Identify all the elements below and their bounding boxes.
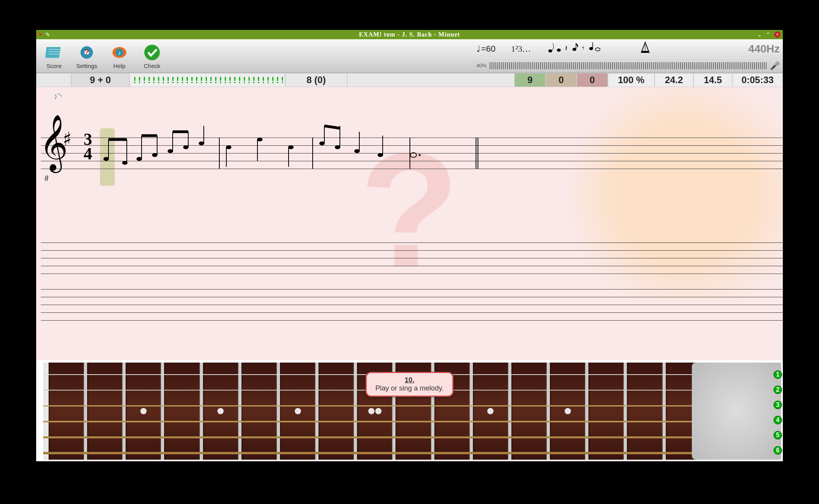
svg-point-32 (168, 149, 173, 153)
settings-button[interactable]: ? Settings (71, 43, 102, 69)
guitar-string-3[interactable] (43, 405, 781, 406)
string-label-3[interactable]: 3 (774, 401, 782, 409)
melody-notes (98, 118, 487, 188)
fret-marker-dot (368, 408, 374, 414)
help-icon: ♪ (110, 43, 129, 62)
help-button[interactable]: ♪ Help (104, 43, 135, 69)
svg-text:𝄽: 𝄽 (565, 45, 567, 51)
fret-marker-dot (217, 408, 224, 414)
minimize-button[interactable]: ⌄ (757, 31, 762, 38)
svg-point-34 (183, 145, 189, 149)
guitar-string-4[interactable] (43, 421, 781, 422)
exam-stats-bar: 9 + 0 !!!!!!!!!!!!!!!!!!!!!!!!!!!!!!!!!!… (36, 73, 783, 87)
svg-point-52 (378, 153, 383, 157)
guitar-string-6[interactable] (43, 452, 781, 454)
clef-octave-8: 8 (45, 174, 48, 183)
svg-point-19 (595, 48, 600, 51)
svg-point-43 (288, 145, 294, 149)
check-button[interactable]: Check (136, 43, 168, 69)
svg-line-49 (324, 126, 340, 128)
app-window: ♥ ✎ EXAM! tom - J. S. Bach - Minuet ⌄ ⌃ … (36, 30, 783, 461)
svg-point-39 (226, 145, 231, 149)
question-prompt-tooltip: 10. Play or sing a melody. (366, 372, 453, 397)
string-label-6[interactable]: 6 (774, 446, 782, 455)
string-label-4[interactable]: 4 (774, 416, 782, 424)
stat-attempts: 8 (0) (285, 73, 347, 87)
svg-point-37 (199, 141, 204, 145)
stat-correct: 9 (514, 73, 546, 87)
guitar-string-5[interactable] (43, 436, 781, 438)
fret-marker-dot (565, 408, 571, 414)
stat-avg-react: 24.2 (654, 73, 693, 87)
check-label: Check (144, 63, 161, 69)
string-label-1[interactable]: 1 (774, 370, 782, 379)
svg-point-27 (136, 157, 142, 161)
stat-wrong-notbad: 0 (546, 73, 577, 87)
tempo-indicator[interactable]: ♩=60 (476, 44, 495, 54)
svg-point-54 (410, 153, 416, 157)
score-icon (45, 43, 63, 62)
score-button[interactable]: Score (38, 43, 70, 69)
metronome-icon[interactable] (640, 42, 651, 56)
score-label: Score (46, 63, 61, 69)
svg-point-22 (103, 157, 109, 161)
stat-avg-answer: 14.5 (693, 73, 732, 87)
main-toolbar: Score ? Settings ♪ Help Check (36, 39, 783, 73)
help-label: Help (114, 63, 126, 69)
stat-effectiveness: 100 % (608, 73, 654, 87)
instrument-view: 1 2 3 4 5 6 10. Play or sing a melody. (36, 360, 783, 461)
pin-icon[interactable]: ✎ (46, 31, 50, 38)
fret-marker-dot (295, 408, 301, 414)
svg-point-10 (144, 45, 160, 60)
svg-text:?: ? (84, 48, 89, 56)
stat-wrong: 0 (577, 73, 608, 87)
svg-point-55 (419, 154, 421, 156)
svg-point-12 (557, 49, 561, 52)
titlebar: ♥ ✎ EXAM! tom - J. S. Bach - Minuet ⌄ ⌃ … (36, 30, 783, 39)
fret-marker-dot (375, 408, 382, 414)
question-text: Play or sing a melody. (375, 384, 444, 392)
string-label-5[interactable]: 5 (774, 431, 782, 439)
heart-icon: ♥ (38, 31, 42, 38)
rhythm-selector[interactable]: 𝄽 𝄾 (546, 42, 601, 56)
microphone-icon[interactable]: 🎤 (770, 61, 780, 70)
svg-point-45 (319, 141, 325, 145)
svg-point-41 (257, 138, 262, 141)
tuning-frequency[interactable]: 440Hz (748, 43, 780, 55)
settings-label: Settings (76, 63, 97, 69)
stat-score-expr: 9 + 0 (71, 73, 130, 87)
volume-percent-label: 40% (476, 63, 486, 68)
staff-3 (41, 289, 783, 320)
volume-meter[interactable] (490, 62, 767, 69)
question-number: 10. (375, 376, 444, 384)
svg-text:♪: ♪ (118, 49, 121, 56)
svg-point-50 (354, 149, 360, 153)
svg-point-47 (335, 145, 340, 149)
fret-marker-dot (487, 408, 494, 414)
svg-rect-0 (46, 47, 61, 58)
score-view[interactable]: ? ♪৲ 𝄞 8 ♯ 3 4 (36, 87, 783, 360)
nut (43, 363, 49, 460)
svg-rect-21 (642, 51, 648, 53)
svg-point-11 (548, 49, 552, 52)
fret-marker-dot (140, 408, 147, 414)
window-title: EXAM! tom - J. S. Bach - Minuet (359, 31, 460, 38)
svg-point-29 (152, 153, 158, 157)
stat-elapsed-time: 0:05:33 (732, 73, 783, 87)
check-icon (143, 43, 161, 62)
svg-text:𝄾: 𝄾 (582, 47, 584, 50)
melody-corner-icon[interactable]: ♪৲ (52, 90, 62, 102)
string-label-2[interactable]: 2 (774, 385, 782, 394)
maximize-button[interactable]: ⌃ (766, 31, 770, 38)
close-button[interactable]: × (774, 31, 780, 38)
quarter-note-icon: ♩ (476, 44, 480, 54)
note-name-style[interactable]: 1²3… (511, 44, 531, 54)
staff-2 (41, 242, 783, 274)
gear-icon: ? (77, 43, 96, 62)
guitar-headstock (692, 363, 781, 460)
stat-progress-bar: !!!!!!!!!!!!!!!!!!!!!!!!!!!!!!!!!!!!!!!!… (130, 73, 285, 87)
